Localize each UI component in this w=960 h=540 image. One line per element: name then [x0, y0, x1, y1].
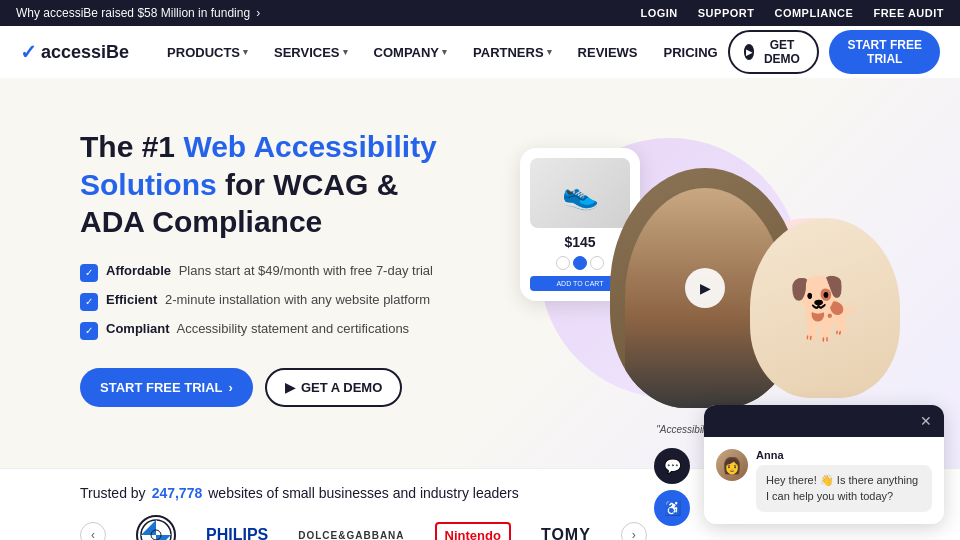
feature-affordable-text: Affordable Plans start at $49/month with…: [106, 263, 433, 278]
prev-brand-button[interactable]: ‹: [80, 522, 106, 540]
feature-affordable: ✓ Affordable Plans start at $49/month wi…: [80, 263, 480, 282]
chat-agent: 👩 Anna Hey there! 👋 Is there anything I …: [716, 449, 932, 512]
feature-label-efficient: Efficient: [106, 292, 157, 307]
logo-text: accessiBe: [41, 42, 129, 63]
shoe-image: 👟: [530, 158, 630, 228]
trust-before: Trusted by: [80, 485, 146, 501]
logo-icon: ✓: [20, 40, 37, 64]
nav-pricing[interactable]: PRICING: [654, 39, 728, 66]
chevron-down-icon: ▾: [243, 47, 248, 57]
floating-buttons: 💬 ♿: [654, 448, 690, 526]
feature-label-compliant: Compliant: [106, 321, 170, 336]
chat-widget: ✕ 👩 Anna Hey there! 👋 Is there anything …: [704, 405, 944, 524]
philips-logo: PHILIPS: [206, 526, 268, 540]
feature-desc-compliant: Accessibility statement and certificatio…: [176, 321, 409, 336]
feature-desc-affordable: Plans start at $49/month with free 7-day…: [179, 263, 433, 278]
play-button[interactable]: ▶: [685, 268, 725, 308]
check-icon: ✓: [80, 264, 98, 282]
banner-left[interactable]: Why accessiBe raised $58 Million in fund…: [16, 6, 260, 20]
agent-avatar: 👩: [716, 449, 748, 481]
chat-float-button[interactable]: 💬: [654, 448, 690, 484]
feature-compliant-text: Compliant Accessibility statement and ce…: [106, 321, 409, 336]
feature-label-affordable: Affordable: [106, 263, 171, 278]
login-link[interactable]: LOGIN: [640, 7, 677, 19]
trial-button[interactable]: START FREE TRIAL: [829, 30, 940, 74]
demo-button[interactable]: ▶ GET DEMO: [728, 30, 820, 74]
top-banner: Why accessiBe raised $58 Million in fund…: [0, 0, 960, 26]
banner-nav: LOGIN SUPPORT COMPLIANCE FREE AUDIT: [640, 7, 944, 19]
next-brand-button[interactable]: ›: [621, 522, 647, 540]
agent-name: Anna: [756, 449, 932, 461]
feature-compliant: ✓ Compliant Accessibility statement and …: [80, 321, 480, 340]
hero-title: The #1 Web Accessibility Solutions for W…: [80, 128, 460, 241]
chat-body: 👩 Anna Hey there! 👋 Is there anything I …: [704, 437, 944, 524]
audit-link[interactable]: FREE AUDIT: [873, 7, 944, 19]
nav-partners[interactable]: PARTNERS ▾: [463, 39, 562, 66]
hero-left: The #1 Web Accessibility Solutions for W…: [80, 118, 480, 407]
nav-actions: ▶ GET DEMO START FREE TRIAL: [728, 30, 940, 74]
chevron-down-icon: ▾: [547, 47, 552, 57]
hero-demo-button[interactable]: ▶ GET A DEMO: [265, 368, 402, 407]
dog-image: 🐕: [750, 218, 900, 398]
accessibility-button[interactable]: ♿: [654, 490, 690, 526]
hero-right: 👟 $145 ADD TO CART ▶ 🐕 "Accessibility is…: [480, 118, 900, 448]
hero-features: ✓ Affordable Plans start at $49/month wi…: [80, 263, 480, 340]
nav-services[interactable]: SERVICES ▾: [264, 39, 358, 66]
check-icon: ✓: [80, 322, 98, 340]
chevron-down-icon: ▾: [343, 47, 348, 57]
dolcegabbana-logo: DOLCE&GABBANA: [298, 530, 404, 541]
bmw-icon: [140, 519, 172, 540]
ctrl-dot-active[interactable]: [573, 256, 587, 270]
play-icon: ▶: [285, 380, 295, 395]
nav-company[interactable]: COMPANY ▾: [364, 39, 457, 66]
banner-text: Why accessiBe raised $58 Million in fund…: [16, 6, 250, 20]
support-link[interactable]: SUPPORT: [698, 7, 755, 19]
navbar: ✓ accessiBe PRODUCTS ▾ SERVICES ▾ COMPAN…: [0, 26, 960, 78]
compliance-link[interactable]: COMPLIANCE: [774, 7, 853, 19]
trust-number: 247,778: [152, 485, 203, 501]
agent-message: Hey there! 👋 Is there anything I can hel…: [756, 465, 932, 512]
logo[interactable]: ✓ accessiBe: [20, 40, 129, 64]
nav-products[interactable]: PRODUCTS ▾: [157, 39, 258, 66]
nav-reviews[interactable]: REVIEWS: [568, 39, 648, 66]
ctrl-dot[interactable]: [556, 256, 570, 270]
chat-header: ✕: [704, 405, 944, 437]
hero-trial-button[interactable]: START FREE TRIAL ›: [80, 368, 253, 407]
play-icon: ▶: [744, 44, 755, 60]
feature-efficient: ✓ Efficient 2-minute installation with a…: [80, 292, 480, 311]
banner-arrow: ›: [256, 6, 260, 20]
hero-buttons: START FREE TRIAL › ▶ GET A DEMO: [80, 368, 480, 407]
arrow-right-icon: ›: [229, 380, 233, 395]
tomy-logo: TOMY: [541, 526, 591, 540]
chevron-down-icon: ▾: [442, 47, 447, 57]
bmw-logo: [136, 515, 176, 540]
nintendo-logo: Nintendo: [435, 522, 511, 541]
trust-after: websites of small businesses and industr…: [208, 485, 519, 501]
check-icon: ✓: [80, 293, 98, 311]
feature-efficient-text: Efficient 2-minute installation with any…: [106, 292, 430, 307]
hero-title-plain: The #1: [80, 130, 183, 163]
nav-links: PRODUCTS ▾ SERVICES ▾ COMPANY ▾ PARTNERS…: [157, 39, 728, 66]
chat-close-button[interactable]: ✕: [920, 413, 932, 429]
feature-desc-efficient: 2-minute installation with any website p…: [165, 292, 430, 307]
ctrl-dot[interactable]: [590, 256, 604, 270]
agent-content: Anna Hey there! 👋 Is there anything I ca…: [756, 449, 932, 512]
